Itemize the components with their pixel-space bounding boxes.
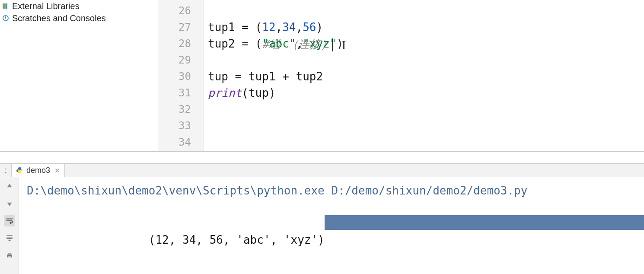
print-icon[interactable] bbox=[4, 250, 15, 261]
close-icon[interactable]: ✕ bbox=[54, 167, 60, 175]
line-number: 27 bbox=[158, 19, 191, 35]
code-line bbox=[208, 101, 644, 118]
code-area[interactable]: #增 （连接）I tup1 = (12,34,56) tup2 = ("abc"… bbox=[204, 0, 644, 151]
svg-rect-1 bbox=[4, 3, 6, 9]
tree-label: Scratches and Consoles bbox=[12, 13, 106, 23]
code-line: tup1 = (12,34,56) bbox=[208, 19, 644, 35]
tree-item-scratches[interactable]: Scratches and Consoles bbox=[0, 12, 158, 24]
line-number: 26 bbox=[158, 3, 191, 19]
console-command: D:\demo\shixun\demo2\venv\Scripts\python… bbox=[27, 182, 636, 199]
line-number: 34 bbox=[158, 134, 191, 150]
soft-wrap-icon[interactable] bbox=[4, 215, 15, 226]
svg-rect-2 bbox=[6, 3, 7, 9]
run-tab-demo3[interactable]: demo3 ✕ bbox=[11, 164, 65, 177]
python-file-icon bbox=[16, 167, 24, 175]
run-tab-label: demo3 bbox=[26, 166, 50, 175]
up-arrow-icon[interactable] bbox=[4, 181, 15, 192]
libraries-icon bbox=[2, 2, 10, 10]
code-line: print(tup) bbox=[208, 85, 644, 101]
scratches-icon bbox=[2, 14, 10, 22]
code-line: tup = tup1 + tup2 bbox=[208, 68, 644, 85]
run-tool-column bbox=[0, 177, 19, 274]
scroll-to-end-icon[interactable] bbox=[4, 233, 15, 244]
code-line bbox=[208, 52, 644, 68]
line-number: 32 bbox=[158, 101, 191, 118]
code-line: tup2 = ("abc","xyz") bbox=[208, 35, 644, 52]
run-panel: : demo3 ✕ bbox=[0, 163, 644, 274]
run-tab-bar: : demo3 ✕ bbox=[0, 164, 644, 177]
code-line bbox=[208, 134, 644, 150]
svg-rect-4 bbox=[5, 16, 6, 19]
line-number: 28 bbox=[158, 35, 191, 52]
svg-rect-6 bbox=[8, 253, 11, 254]
tree-item-external-libraries[interactable]: External Libraries bbox=[0, 0, 158, 12]
line-number: 31 bbox=[158, 85, 191, 101]
down-arrow-icon[interactable] bbox=[4, 198, 15, 209]
selection-highlight bbox=[325, 215, 644, 230]
code-editor[interactable]: 26 27 28 29 30 31 32 33 34 #增 （连接）I tup1… bbox=[158, 0, 644, 151]
line-number: 30 bbox=[158, 68, 191, 85]
console-output[interactable]: D:\demo\shixun\demo2\venv\Scripts\python… bbox=[19, 177, 644, 274]
code-line bbox=[208, 118, 644, 134]
line-number: 29 bbox=[158, 52, 191, 68]
code-line: #增 （连接）I bbox=[208, 3, 644, 19]
line-number: 33 bbox=[158, 118, 191, 134]
run-label: : bbox=[2, 166, 7, 175]
tree-label: External Libraries bbox=[12, 1, 80, 11]
project-tree: External Libraries Scratches and Console… bbox=[0, 0, 158, 151]
svg-rect-7 bbox=[8, 256, 11, 258]
svg-rect-0 bbox=[3, 3, 4, 9]
console-stdout: (12, 34, 56, 'abc', 'xyz') bbox=[27, 199, 636, 274]
editor-gutter: 26 27 28 29 30 31 32 33 34 bbox=[158, 0, 204, 151]
